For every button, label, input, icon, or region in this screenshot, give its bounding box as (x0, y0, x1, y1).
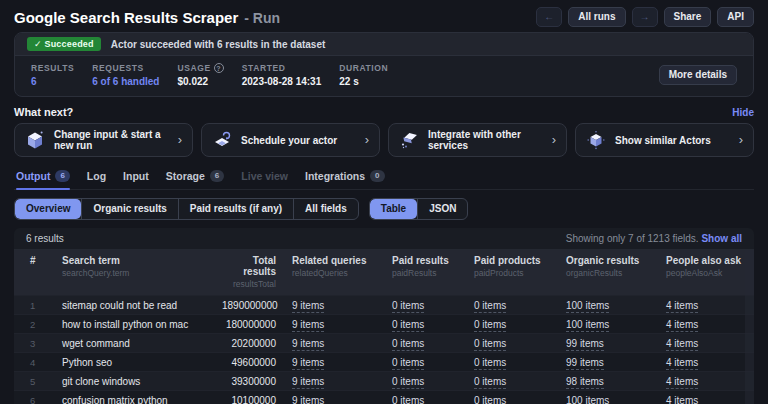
cell-index: 6 (14, 391, 54, 404)
items-link[interactable]: 0 items (392, 376, 424, 389)
cell-related-queries: 9 items (284, 391, 384, 404)
hide-link[interactable]: Hide (732, 107, 754, 118)
stat-value: $0.022 (177, 76, 223, 87)
table-row: 4 Python seo 49600000 9 items 0 items 0 … (14, 353, 754, 372)
chevron-right-icon: › (552, 135, 556, 145)
more-details-button[interactable]: More details (659, 65, 737, 85)
items-link[interactable]: 100 items (566, 300, 609, 313)
all-runs-button[interactable]: All runs (568, 7, 625, 27)
cell-search-term: sitemap could not be read (54, 296, 214, 315)
next-run-button[interactable]: → (632, 7, 658, 27)
items-link[interactable]: 0 items (474, 338, 506, 351)
stat-label: STARTED (242, 63, 322, 73)
items-link[interactable]: 9 items (292, 338, 324, 351)
items-link[interactable]: 4 items (666, 300, 698, 313)
stat-label: USAGE? (177, 63, 223, 73)
items-link[interactable]: 9 items (292, 357, 324, 370)
card-label: Schedule your actor (241, 135, 356, 146)
items-link[interactable]: 0 items (392, 300, 424, 313)
items-link[interactable]: 4 items (666, 395, 698, 404)
stat-value: 6 (31, 76, 74, 87)
tab-input[interactable]: Input (123, 166, 149, 189)
format-table[interactable]: Table (370, 199, 417, 219)
items-link[interactable]: 4 items (666, 357, 698, 370)
cube-new-run-icon (25, 130, 45, 150)
stat-requests: REQUESTS 6 of 6 handled (92, 63, 159, 87)
format-json[interactable]: JSON (417, 199, 467, 219)
cell-paid-products: 0 items (466, 353, 558, 372)
filter-overview[interactable]: Overview (15, 199, 81, 219)
col-header-paid-products: Paid productspaidProducts (466, 250, 558, 296)
top-nav: ← All runs → Share API (536, 7, 754, 27)
col-header-paid-results: Paid resultspaidResults (384, 250, 466, 296)
cell-total-results: 49600000 (214, 353, 284, 372)
cell-people-also-ask: 4 items (658, 353, 754, 372)
items-link[interactable]: 0 items (392, 319, 424, 332)
tab-label: Input (123, 170, 149, 182)
schedule-cube-icon (212, 130, 232, 150)
items-link[interactable]: 99 items (566, 357, 604, 370)
stat-label: RESULTS (31, 63, 74, 73)
cell-search-term: git clone windows (54, 372, 214, 391)
items-link[interactable]: 9 items (292, 300, 324, 313)
items-link[interactable]: 99 items (566, 338, 604, 351)
filter-paid-results[interactable]: Paid results (if any) (178, 199, 293, 219)
tab-badge: 6 (210, 170, 224, 182)
items-link[interactable]: 100 items (566, 319, 609, 332)
table-row: 1 sitemap could not be read 1890000000 9… (14, 296, 754, 315)
cell-people-also-ask: 4 items (658, 334, 754, 353)
cell-index: 5 (14, 372, 54, 391)
items-link[interactable]: 9 items (292, 395, 324, 404)
actor-title: Google Search Results Scraper (14, 9, 238, 26)
items-link[interactable]: 0 items (474, 357, 506, 370)
col-label: Related queries (292, 255, 376, 266)
card-label: Change input & start a new run (54, 129, 169, 151)
filter-all-fields[interactable]: All fields (293, 199, 358, 219)
items-link[interactable]: 0 items (474, 319, 506, 332)
cell-search-term: Python seo (54, 353, 214, 372)
col-sub: paidProducts (474, 268, 550, 278)
tab-storage[interactable]: Storage 6 (166, 166, 225, 189)
col-sub: searchQuery.term (62, 268, 206, 278)
card-show-similar[interactable]: Show similar Actors › (575, 123, 754, 157)
previous-run-button[interactable]: ← (536, 7, 562, 27)
items-link[interactable]: 9 items (292, 319, 324, 332)
stat-label: REQUESTS (92, 63, 159, 73)
col-sub: peopleAlsoAsk (666, 268, 746, 278)
card-change-input[interactable]: Change input & start a new run › (14, 123, 193, 157)
col-header-people-also-ask: People also askpeopleAlsoAsk (658, 250, 754, 296)
card-integrate-services[interactable]: Integrate with other services › (388, 123, 567, 157)
tab-integrations[interactable]: Integrations 0 (305, 166, 385, 189)
stat-value: 22 s (339, 76, 388, 87)
share-button[interactable]: Share (664, 7, 712, 27)
integrate-cube-icon (399, 130, 419, 150)
tab-output[interactable]: Output 6 (16, 166, 70, 189)
tab-log[interactable]: Log (87, 166, 106, 189)
items-link[interactable]: 4 items (666, 338, 698, 351)
items-link[interactable]: 0 items (392, 395, 424, 404)
col-label: # (30, 255, 46, 266)
items-link[interactable]: 100 items (566, 395, 609, 404)
items-link[interactable]: 0 items (392, 357, 424, 370)
format-segmented-control: Table JSON (369, 198, 469, 220)
items-link[interactable]: 0 items (474, 376, 506, 389)
items-link[interactable]: 9 items (292, 376, 324, 389)
filter-organic-results[interactable]: Organic results (81, 199, 177, 219)
cell-organic-results: 100 items (558, 391, 658, 404)
stats-row: RESULTS 6 REQUESTS 6 of 6 handled USAGE?… (15, 56, 753, 96)
show-all-link[interactable]: Show all (701, 233, 742, 244)
cell-paid-products: 0 items (466, 296, 558, 315)
items-link[interactable]: 4 items (666, 319, 698, 332)
tab-badge: 0 (370, 170, 384, 182)
run-subtitle: - Run (244, 10, 280, 26)
card-schedule-actor[interactable]: Schedule your actor › (201, 123, 380, 157)
items-link[interactable]: 4 items (666, 376, 698, 389)
stat-usage: USAGE? $0.022 (177, 63, 223, 87)
items-link[interactable]: 0 items (474, 395, 506, 404)
items-link[interactable]: 98 items (566, 376, 604, 389)
arrow-right-icon: → (640, 11, 650, 22)
items-link[interactable]: 0 items (474, 300, 506, 313)
items-link[interactable]: 0 items (392, 338, 424, 351)
info-icon[interactable]: ? (214, 63, 224, 73)
api-button[interactable]: API (717, 7, 754, 27)
